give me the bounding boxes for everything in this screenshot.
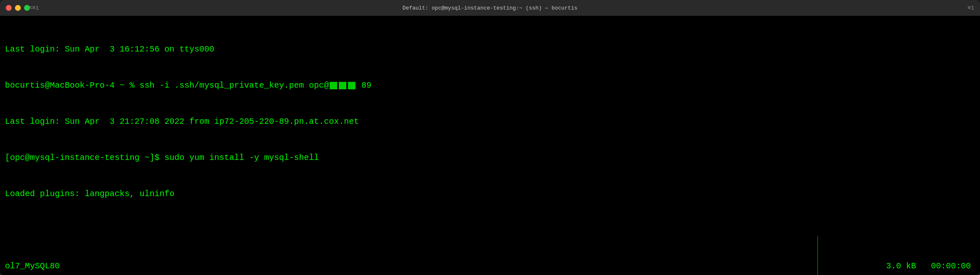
shortcut-right: ⌘1 xyxy=(968,5,974,11)
repo-table: ol7_MySQL80 ol7_MySQL80_connectors_commu… xyxy=(5,236,975,275)
close-button[interactable] xyxy=(6,5,12,11)
terminal-body[interactable]: Last login: Sun Apr 3 16:12:56 on ttys00… xyxy=(0,16,980,275)
line-5: Loaded plugins: langpacks, ulninfo xyxy=(5,188,975,200)
traffic-lights[interactable] xyxy=(6,5,30,11)
terminal-window: ⌥⌘1 Default: opc@mysql-instance-testing:… xyxy=(0,0,980,275)
window-title: Default: opc@mysql-instance-testing:~ (s… xyxy=(402,5,577,11)
line-3: Last login: Sun Apr 3 21:27:08 2022 from… xyxy=(5,115,975,128)
repo-names: ol7_MySQL80 ol7_MySQL80_connectors_commu… xyxy=(5,236,817,275)
minimize-button[interactable] xyxy=(15,5,21,11)
repo-sizes: 3.0 kB 00:00:00 2.9 kB 00:00:00 2.9 kB 0… xyxy=(817,236,975,275)
titlebar: ⌥⌘1 Default: opc@mysql-instance-testing:… xyxy=(0,0,980,16)
line-1: Last login: Sun Apr 3 16:12:56 on ttys00… xyxy=(5,43,975,55)
terminal-content: Last login: Sun Apr 3 16:12:56 on ttys00… xyxy=(5,19,975,275)
size-1: 3.0 kB 00:00:00 xyxy=(826,260,971,272)
repo-line-1: ol7_MySQL80 xyxy=(5,260,817,272)
line-2: bocurtis@MacBook-Pro-4 ~ % ssh -i .ssh/m… xyxy=(5,79,975,91)
shortcut-left: ⌥⌘1 xyxy=(29,5,39,11)
line-4: [opc@mysql-instance-testing ~]$ sudo yum… xyxy=(5,152,975,164)
